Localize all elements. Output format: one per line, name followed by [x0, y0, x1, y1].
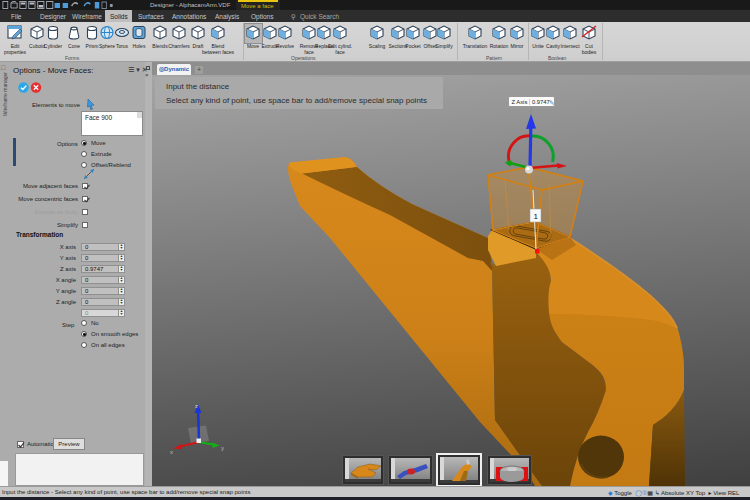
svg-text:x: x — [170, 449, 173, 455]
svg-text:1: 1 — [534, 212, 539, 221]
svg-text:z: z — [195, 403, 198, 409]
svg-text:y: y — [221, 445, 224, 451]
